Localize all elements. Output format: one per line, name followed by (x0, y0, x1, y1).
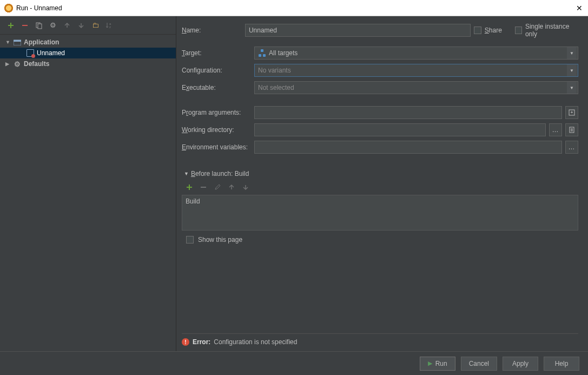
config-label: Configuration: (182, 67, 251, 74)
expand-icon: ▶ (5, 61, 11, 67)
help-button[interactable]: Help (544, 357, 579, 371)
add-config-icon[interactable] (6, 21, 15, 30)
tree-unnamed[interactable]: Unnamed (0, 48, 176, 58)
tree-label: Defaults (24, 60, 49, 68)
config-icon (26, 49, 35, 57)
macros-workdir-button[interactable] (565, 123, 578, 136)
browse-envvars-button[interactable]: … (565, 141, 578, 154)
error-label: Error: (193, 338, 210, 346)
svg-text:z: z (109, 25, 111, 29)
name-input[interactable] (245, 24, 471, 37)
task-up-icon[interactable] (227, 183, 236, 192)
configuration-combo[interactable]: No variants ▼ (254, 64, 578, 77)
main-form: Name: Share Single instance only Target:… (176, 16, 588, 351)
add-task-icon[interactable] (185, 183, 194, 192)
error-icon: ! (182, 338, 189, 346)
run-button[interactable]: ▶ Run (420, 357, 455, 371)
tree-defaults[interactable]: ▶ ⚙ Defaults (0, 58, 176, 69)
svg-rect-1 (38, 24, 42, 29)
browse-workdir-button[interactable]: … (549, 123, 562, 136)
error-message: Configuration is not specified (214, 338, 297, 346)
remove-task-icon[interactable] (199, 183, 208, 192)
target-label: Target: (182, 49, 251, 57)
application-icon (13, 38, 22, 47)
target-value: All targets (269, 49, 298, 57)
gear-icon: ⚙ (13, 60, 22, 68)
run-label: Run (435, 360, 447, 367)
envvars-input[interactable] (254, 141, 562, 154)
single-instance-label[interactable]: Single instance only (525, 23, 578, 38)
svg-rect-5 (14, 40, 21, 42)
task-down-icon[interactable] (241, 183, 250, 192)
tree-label: Application (24, 38, 59, 46)
task-list[interactable]: Build (182, 195, 578, 231)
target-combo[interactable]: All targets ▼ (254, 47, 578, 60)
task-item[interactable]: Build (182, 195, 578, 207)
move-down-icon[interactable] (77, 21, 85, 30)
show-page-checkbox[interactable] (186, 236, 194, 244)
single-instance-checkbox[interactable] (515, 27, 522, 34)
config-value: No variants (258, 67, 291, 74)
sidebar: ⚙ 🗀 az ▼ Application (0, 16, 176, 351)
tree-application[interactable]: ▼ Application (0, 37, 176, 48)
before-launch-toolbar (182, 181, 578, 194)
show-page-label[interactable]: Show this page (198, 236, 242, 244)
copy-config-icon[interactable] (35, 21, 43, 30)
apply-button[interactable]: Apply (503, 357, 538, 371)
edit-task-icon[interactable] (213, 183, 222, 192)
targets-icon (258, 49, 266, 57)
error-row: ! Error: Configuration is not specified (182, 333, 578, 346)
share-label[interactable]: Share (485, 27, 502, 34)
collapse-icon: ▼ (184, 171, 189, 176)
share-checkbox[interactable] (474, 27, 481, 34)
chevron-down-icon: ▼ (567, 47, 577, 59)
before-launch-label: Before launch: Build (191, 170, 249, 177)
executable-combo[interactable]: Not selected ▼ (254, 81, 578, 94)
chevron-down-icon: ▼ (567, 82, 577, 94)
app-icon (4, 4, 13, 12)
settings-icon[interactable]: ⚙ (49, 21, 57, 30)
expand-args-button[interactable] (565, 106, 578, 119)
exec-label: Executable: (182, 84, 251, 91)
expand-icon: ▼ (5, 40, 11, 45)
workdir-label: Working directory: (182, 126, 251, 134)
before-launch-header[interactable]: ▼ Before launch: Build (184, 170, 578, 177)
sort-icon[interactable]: az (105, 21, 114, 30)
program-args-input[interactable] (254, 106, 562, 119)
move-up-icon[interactable] (63, 21, 71, 30)
envvars-label: Environment variables: (182, 143, 251, 151)
workdir-input[interactable] (254, 123, 546, 136)
chevron-down-icon: ▼ (567, 64, 577, 76)
exec-value: Not selected (258, 84, 294, 91)
folder-icon[interactable]: 🗀 (91, 21, 100, 30)
name-label: Name: (182, 27, 242, 34)
sidebar-toolbar: ⚙ 🗀 az (0, 16, 176, 35)
titlebar: Run - Unnamed ✕ (0, 0, 588, 16)
tree-label: Unnamed (37, 49, 65, 57)
config-tree: ▼ Application Unnamed ▶ ⚙ Defaults (0, 35, 176, 351)
progargs-label: Program arguments: (182, 109, 251, 116)
close-icon[interactable]: ✕ (576, 4, 583, 12)
footer: ▶ Run Cancel Apply Help (0, 351, 588, 375)
cancel-button[interactable]: Cancel (461, 357, 497, 371)
remove-config-icon[interactable] (21, 21, 29, 30)
window-title: Run - Unnamed (16, 4, 62, 12)
play-icon: ▶ (428, 360, 432, 367)
